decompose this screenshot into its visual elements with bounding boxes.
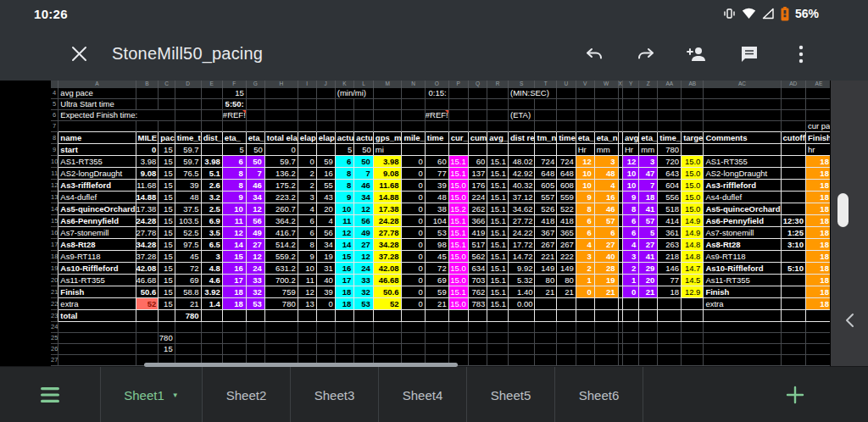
cell-W20[interactable]: 19 xyxy=(595,275,619,286)
cell-R21[interactable]: 15.1 xyxy=(487,286,509,298)
cell-R16[interactable]: 15.1 xyxy=(487,227,509,239)
cell-I10[interactable]: 0 xyxy=(298,156,317,168)
cell-W17[interactable]: 27 xyxy=(595,239,619,251)
cell-C25[interactable]: 780 xyxy=(159,333,175,344)
cell-U8[interactable]: time xyxy=(557,132,576,144)
row-header-17[interactable]: 17 xyxy=(51,239,58,251)
cell-I18[interactable]: 9 xyxy=(298,251,317,263)
cell-V15[interactable]: 6 xyxy=(576,215,595,227)
add-sheet-icon[interactable] xyxy=(780,367,810,422)
cell-W26[interactable] xyxy=(595,344,619,355)
col-header-AD[interactable]: AD xyxy=(782,81,806,88)
cell-AB23[interactable] xyxy=(682,310,704,322)
cell-M10[interactable]: 3.98 xyxy=(374,156,403,168)
cell-I7[interactable] xyxy=(298,121,317,132)
cell-A13[interactable]: As4-duflef xyxy=(58,192,136,203)
cell-T13[interactable]: 557 xyxy=(535,192,557,203)
cell-O5[interactable] xyxy=(426,99,449,110)
cell-C5[interactable] xyxy=(159,99,175,110)
cell-AB4[interactable] xyxy=(682,88,704,99)
cell-A15[interactable]: As6-Pennyfield xyxy=(58,215,136,227)
cell-P20[interactable]: 15.0 xyxy=(449,275,469,286)
cell-J9[interactable] xyxy=(317,144,336,156)
cell-Q24[interactable] xyxy=(469,322,488,333)
cell-B18[interactable]: 37.28 xyxy=(136,251,159,263)
cell-Z15[interactable]: 57 xyxy=(639,215,658,227)
cell-I6[interactable] xyxy=(298,110,317,121)
cell-Y4[interactable] xyxy=(623,88,639,99)
cell-AA22[interactable] xyxy=(658,298,682,310)
cell-O8[interactable]: time xyxy=(426,132,449,144)
cell-B20[interactable]: 46.68 xyxy=(136,275,159,286)
cell-F19[interactable]: 16 xyxy=(223,263,247,275)
cell-AB11[interactable]: 15.0 xyxy=(682,168,704,180)
cell-B7[interactable] xyxy=(136,121,159,132)
cell-R7[interactable] xyxy=(487,121,509,132)
cell-A6[interactable]: Expected Finish time: xyxy=(58,110,175,121)
cell-Z21[interactable]: 21 xyxy=(639,286,658,298)
cell-Q13[interactable]: 224 xyxy=(469,192,488,203)
cell-Q25[interactable] xyxy=(469,333,488,344)
cell-I5[interactable] xyxy=(298,99,317,110)
cell-G23[interactable] xyxy=(247,310,265,322)
cell-AE7[interactable]: cur pacing xyxy=(806,121,830,132)
cell-S14[interactable]: 34.62 xyxy=(509,203,536,215)
cell-N4[interactable] xyxy=(402,88,425,99)
cell-R10[interactable]: 15.1 xyxy=(487,156,509,168)
cell-L19[interactable]: 24 xyxy=(354,263,374,275)
cell-E17[interactable]: 6.5 xyxy=(202,239,223,251)
cell-Z18[interactable]: 41 xyxy=(639,251,658,263)
cell-W25[interactable] xyxy=(595,333,619,344)
cell-Y13[interactable]: 9 xyxy=(623,192,639,203)
cell-O18[interactable]: 45 xyxy=(426,251,449,263)
cell-AE15[interactable]: 18 xyxy=(806,215,830,227)
cell-AA4[interactable] xyxy=(658,88,682,99)
cell-AE19[interactable]: 18 xyxy=(806,263,830,275)
cell-O20[interactable]: 69 xyxy=(426,275,449,286)
cell-AA26[interactable] xyxy=(658,344,682,355)
cell-Y9[interactable]: Hr xyxy=(623,144,639,156)
cell-AE27[interactable] xyxy=(806,355,830,366)
cell-AE9[interactable]: hr xyxy=(806,144,830,156)
cell-I11[interactable]: 2 xyxy=(298,168,317,180)
cell-R26[interactable] xyxy=(487,344,509,355)
cell-O21[interactable]: 59 xyxy=(426,286,449,298)
cell-J11[interactable]: 16 xyxy=(317,168,336,180)
cell-Z27[interactable] xyxy=(639,355,658,366)
cell-V10[interactable]: 12 xyxy=(576,156,595,168)
cell-J26[interactable] xyxy=(317,344,336,355)
cell-AC11[interactable]: AS2-longDraught xyxy=(704,168,781,180)
cell-J16[interactable]: 56 xyxy=(317,227,336,239)
cell-N21[interactable]: 0 xyxy=(402,286,425,298)
cell-E22[interactable]: 1.4 xyxy=(202,298,223,310)
cell-V4[interactable] xyxy=(576,88,595,99)
col-header-W[interactable]: W xyxy=(595,81,619,88)
cell-S16[interactable]: 24.22 xyxy=(509,227,536,239)
cell-N24[interactable] xyxy=(402,322,425,333)
cell-AB20[interactable]: 14.5 xyxy=(682,275,704,286)
cell-H15[interactable]: 364.2 xyxy=(265,215,298,227)
cell-AA27[interactable] xyxy=(658,355,682,366)
sheet-dropdown-icon[interactable]: ▼ xyxy=(172,391,179,399)
cell-AC14[interactable]: As5-quinceOrchard xyxy=(704,203,781,215)
cell-P9[interactable] xyxy=(449,144,469,156)
cell-C13[interactable]: 15 xyxy=(159,192,175,203)
cell-O19[interactable]: 72 xyxy=(426,263,449,275)
cell-AA20[interactable]: 77 xyxy=(658,275,682,286)
tab-sheet4[interactable]: Sheet4 xyxy=(379,367,467,422)
cell-D9[interactable]: 59.7 xyxy=(175,144,202,156)
cell-AA23[interactable] xyxy=(658,310,682,322)
cell-W16[interactable]: 6 xyxy=(595,227,619,239)
cell-D4[interactable] xyxy=(175,88,202,99)
cell-V25[interactable] xyxy=(576,333,595,344)
cell-A20[interactable]: As11-RT355 xyxy=(58,275,136,286)
cell-K13[interactable]: 9 xyxy=(336,192,355,203)
cell-L17[interactable]: 27 xyxy=(354,239,374,251)
cell-V22[interactable] xyxy=(576,298,595,310)
cell-U27[interactable] xyxy=(557,355,576,366)
cell-L18[interactable]: 12 xyxy=(354,251,374,263)
cell-A21[interactable]: Finish xyxy=(58,286,136,298)
cell-E16[interactable]: 3.5 xyxy=(202,227,223,239)
row-header-18[interactable]: 18 xyxy=(51,251,58,263)
cell-Q20[interactable]: 703 xyxy=(469,275,488,286)
